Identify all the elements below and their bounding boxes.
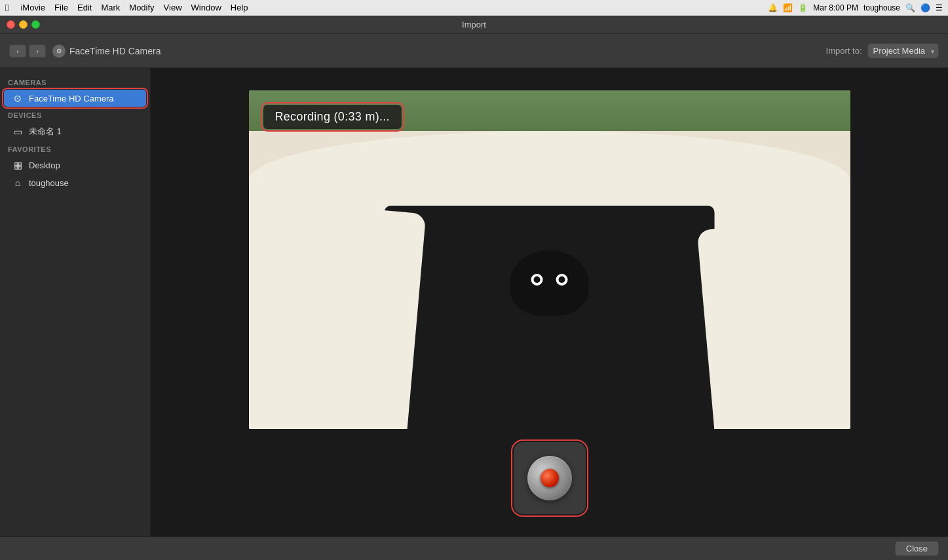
import-window: Import ‹ › ⊙ FaceTime HD Camera Import t… <box>0 16 948 560</box>
sidebar-item-desktop[interactable]: ▦ Desktop <box>4 157 146 174</box>
camera-area: Recording (0:33 m)... <box>151 68 948 536</box>
import-dropdown-value: Project Media <box>873 46 925 56</box>
video-content <box>249 90 850 429</box>
camera-list-icon: ⊙ <box>12 93 24 103</box>
datetime-display: Mar 8:00 PM <box>813 3 858 12</box>
search-icon[interactable]: 🔍 <box>905 3 915 12</box>
toolbar: ‹ › ⊙ FaceTime HD Camera Import to: Proj… <box>0 34 948 68</box>
shirt-graphic <box>384 206 715 429</box>
menu-bar:  iMovie File Edit Mark Modify View Wind… <box>0 0 948 16</box>
cat-pupil-left <box>533 276 540 283</box>
sidebar-camera-name: FaceTime HD Camera <box>29 94 114 103</box>
sidebar-item-facetime-camera[interactable]: ⊙ FaceTime HD Camera <box>4 90 146 107</box>
username-display: toughouse <box>863 3 900 12</box>
sidebar-item-unnamed-device[interactable]: ▭ 未命名 1 <box>4 122 146 141</box>
menu-modify[interactable]: Modify <box>129 3 154 12</box>
sidebar: CAMERAS ⊙ FaceTime HD Camera DEVICES ▭ 未… <box>0 68 151 536</box>
dropdown-chevron-icon: ▾ <box>931 47 934 54</box>
import-destination-dropdown[interactable]: Project Media ▾ <box>867 43 939 58</box>
traffic-lights <box>7 20 40 29</box>
menu-edit[interactable]: Edit <box>77 3 92 12</box>
apple-logo-icon[interactable]:  <box>5 2 9 13</box>
menu-imovie[interactable]: iMovie <box>20 3 45 12</box>
menu-help[interactable]: Help <box>231 3 248 12</box>
menu-mark[interactable]: Mark <box>101 3 120 12</box>
sidebar-desktop-label: Desktop <box>29 160 60 170</box>
cat-eye-right <box>556 274 567 286</box>
back-button[interactable]: ‹ <box>9 45 26 58</box>
desktop-icon: ▦ <box>12 160 24 170</box>
menu-file[interactable]: File <box>54 3 68 12</box>
menu-view[interactable]: View <box>164 3 182 12</box>
import-to-label: Import to: <box>826 46 862 56</box>
device-icon: ▭ <box>12 126 24 137</box>
camera-name-label: FaceTime HD Camera <box>69 46 161 56</box>
recording-status-text: Recording (0:33 m)... <box>275 110 390 123</box>
title-bar: Import <box>0 16 948 34</box>
sidebar-device-name: 未命名 1 <box>29 126 62 138</box>
sidebar-item-toughouse[interactable]: ⌂ toughouse <box>4 174 146 191</box>
camera-label-area: ⊙ FaceTime HD Camera <box>52 45 161 58</box>
close-button[interactable]: Close <box>895 541 939 556</box>
window-title: Import <box>462 20 486 29</box>
record-button-inner-dot <box>540 469 559 487</box>
menu-bar-right: 🔔 📶 🔋 Mar 8:00 PM toughouse 🔍 🔵 ☰ <box>768 3 943 12</box>
record-button-circle <box>527 456 572 500</box>
nav-buttons: ‹ › <box>9 45 46 58</box>
wifi-icon: 📶 <box>783 3 793 12</box>
record-button[interactable] <box>514 442 586 514</box>
menu-window[interactable]: Window <box>191 3 221 12</box>
home-icon: ⌂ <box>12 177 24 188</box>
close-traffic-light[interactable] <box>7 20 15 29</box>
cat-pupil-right <box>558 276 565 283</box>
main-content: CAMERAS ⊙ FaceTime HD Camera DEVICES ▭ 未… <box>0 68 948 536</box>
record-button-area <box>514 442 586 514</box>
battery-icon: 🔋 <box>798 3 808 12</box>
favorites-section-label: FAVORITES <box>0 141 150 156</box>
toolbar-right: Import to: Project Media ▾ <box>826 43 939 58</box>
cameras-section-label: CAMERAS <box>0 75 150 89</box>
minimize-traffic-light[interactable] <box>19 20 28 29</box>
devices-section-label: DEVICES <box>0 107 150 122</box>
notification-icon: 🔔 <box>768 3 778 12</box>
siri-icon[interactable]: 🔵 <box>920 3 930 12</box>
controlcenter-icon[interactable]: ☰ <box>936 3 943 12</box>
camera-source-icon: ⊙ <box>52 45 66 58</box>
cat-eyes <box>531 274 567 286</box>
sidebar-toughouse-label: toughouse <box>29 178 69 188</box>
maximize-traffic-light[interactable] <box>31 20 40 29</box>
arm-left <box>299 204 427 429</box>
bottom-bar: Close <box>0 536 948 560</box>
recording-status-overlay: Recording (0:33 m)... <box>263 105 402 129</box>
cat-eye-left <box>531 274 542 286</box>
cat-face <box>510 250 588 316</box>
arm-right <box>697 222 810 429</box>
forward-button[interactable]: › <box>29 45 46 58</box>
video-frame: Recording (0:33 m)... <box>249 90 850 429</box>
